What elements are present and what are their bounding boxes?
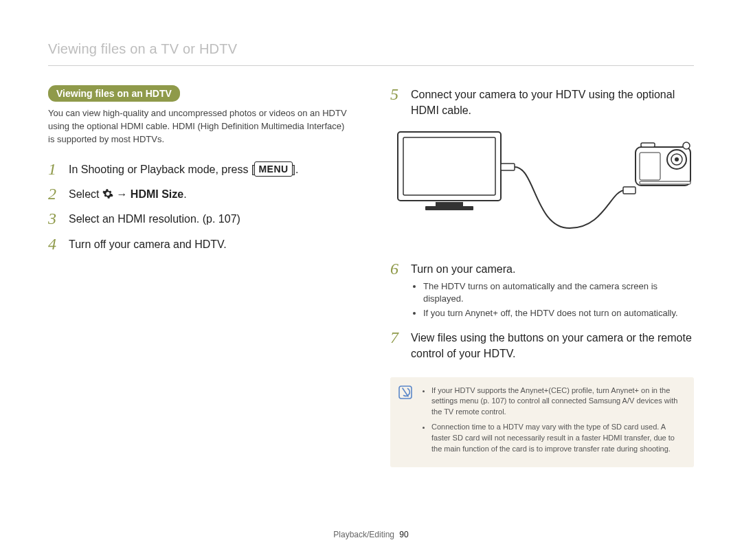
right-steps: 5 Connect your camera to your HDTV using… [390, 85, 694, 362]
footer-page-number: 90 [399, 530, 408, 539]
page-footer: Playback/Editing 90 [0, 530, 742, 539]
step-number: 1 [48, 160, 60, 178]
step-body: Turn off your camera and HDTV. [69, 235, 352, 253]
arrow-icon: → [116, 188, 130, 200]
step-body: Select → HDMI Size. [69, 185, 352, 203]
note-list: If your HDTV supports the Anynet+(CEC) p… [420, 385, 684, 460]
footer-section: Playback/Editing [333, 530, 394, 539]
left-steps: 1 In Shooting or Playback mode, press [M… [48, 160, 352, 254]
page-title: Viewing files on a TV or HDTV [48, 41, 694, 66]
step-body: Connect your camera to your HDTV using t… [411, 85, 694, 118]
step-body: Select an HDMI resolution. (p. 107) [69, 210, 352, 227]
step-text-post: ]. [293, 164, 299, 175]
list-item: The HDTV turns on automatically and the … [423, 280, 694, 305]
menu-button-label: MENU [254, 161, 292, 177]
step-body: View files using the buttons on your cam… [411, 328, 694, 361]
svg-rect-1 [403, 137, 495, 195]
step-body: In Shooting or Playback mode, press [MEN… [69, 160, 352, 178]
svg-point-9 [675, 157, 679, 161]
step-number: 2 [48, 185, 60, 203]
step-1: 1 In Shooting or Playback mode, press [M… [48, 160, 352, 178]
list-item: If you turn Anynet+ off, the HDTV does n… [423, 307, 694, 320]
step-3: 3 Select an HDMI resolution. (p. 107) [48, 210, 352, 227]
step-number: 7 [390, 328, 403, 361]
note-box: If your HDTV supports the Anynet+(CEC) p… [390, 377, 694, 468]
step-number: 6 [390, 260, 403, 322]
svg-rect-10 [641, 143, 655, 147]
step-5: 5 Connect your camera to your HDTV using… [390, 85, 694, 118]
svg-rect-12 [640, 153, 660, 180]
step-4: 4 Turn off your camera and HDTV. [48, 235, 352, 253]
step-text-end: . [183, 188, 186, 200]
svg-point-11 [683, 142, 690, 149]
svg-rect-5 [623, 187, 636, 194]
step-text-pre: In Shooting or Playback mode, press [ [69, 164, 254, 175]
section-pill: Viewing files on an HDTV [48, 85, 180, 102]
svg-rect-4 [501, 164, 515, 170]
step-number: 5 [390, 85, 403, 118]
left-column: Viewing files on an HDTV You can view hi… [48, 85, 352, 467]
note-variant-icon [398, 385, 412, 399]
svg-rect-3 [425, 206, 473, 210]
svg-rect-2 [436, 202, 463, 206]
svg-rect-13 [640, 181, 690, 184]
list-item: Connection time to a HDTV may vary with … [431, 422, 684, 455]
step-6: 6 Turn on your camera. The HDTV turns on… [390, 260, 694, 322]
right-column: 5 Connect your camera to your HDTV using… [390, 85, 694, 467]
step-number: 4 [48, 235, 60, 253]
step-body: Turn on your camera. The HDTV turns on a… [411, 260, 694, 322]
step-2: 2 Select → HDMI Size. [48, 185, 352, 203]
list-item: If your HDTV supports the Anynet+(CEC) p… [431, 385, 684, 418]
step-7: 7 View files using the buttons on your c… [390, 328, 694, 361]
gear-icon [102, 188, 113, 199]
step-6-text: Turn on your camera. [411, 263, 515, 275]
step-6-bullets: The HDTV turns on automatically and the … [411, 280, 694, 320]
hdmi-size-label: HDMI Size [131, 188, 183, 200]
step-number: 3 [48, 210, 60, 227]
select-label: Select [69, 188, 102, 200]
hdmi-connection-illustration [390, 125, 694, 253]
intro-text: You can view high-quality and uncompress… [48, 107, 352, 146]
